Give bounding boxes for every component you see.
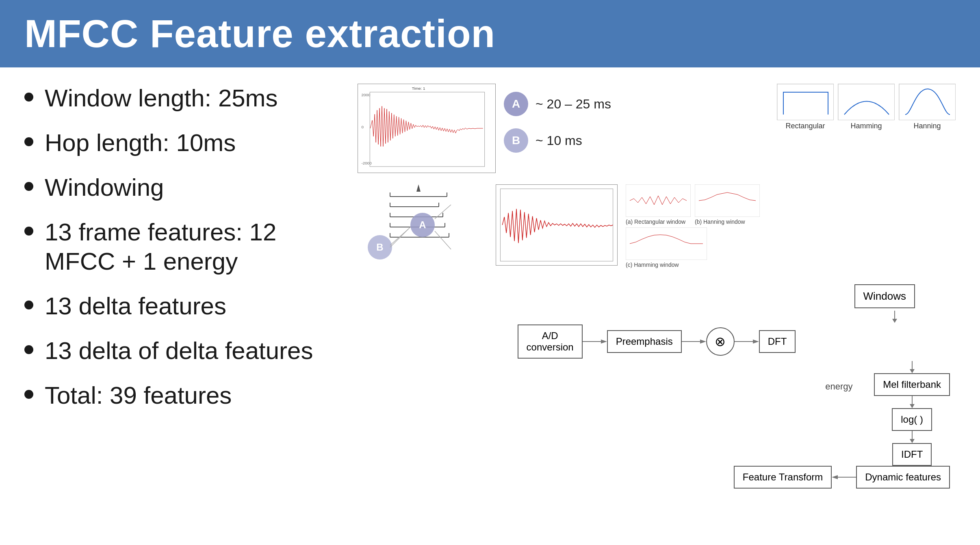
flow-box-feature-transform: Feature Transform bbox=[734, 466, 832, 489]
hamming-window-chart: (c) Hamming window bbox=[626, 227, 956, 268]
slide-content: Window length: 25ms Hop length: 10ms Win… bbox=[0, 67, 980, 545]
hanning-window-caption: (b) Hanning window bbox=[695, 218, 760, 225]
flow-feature-transform-label: Feature Transform bbox=[743, 471, 823, 482]
svg-rect-7 bbox=[838, 84, 895, 120]
slide-title: MFCC Feature extraction bbox=[24, 11, 956, 56]
hanning-window-chart: (b) Hanning window bbox=[695, 184, 760, 225]
list-item: 13 delta of delta features bbox=[24, 336, 341, 365]
energy-label: energy bbox=[825, 381, 852, 392]
flow-preemphasis-label: Preemphasis bbox=[616, 336, 673, 347]
slide: MFCC Feature extraction Window length: 2… bbox=[0, 0, 980, 545]
flow-diagram: Windows A/Dconversion Preempha bbox=[358, 284, 956, 489]
bullet-text: 13 delta of delta features bbox=[45, 336, 313, 365]
arrow-windows-down bbox=[358, 311, 956, 323]
flow-box-ad: A/Dconversion bbox=[518, 324, 583, 359]
svg-marker-24 bbox=[416, 184, 421, 192]
rect-window-caption: (a) Rectangular window bbox=[626, 218, 691, 225]
list-item: Window length: 25ms bbox=[24, 84, 341, 113]
window-shapes-row1: (a) Rectangular window (b) Hanning windo… bbox=[626, 184, 956, 225]
circle-a: A bbox=[504, 92, 528, 116]
hanning-chart: Hanning bbox=[899, 84, 956, 130]
hamming-window-caption: (c) Hamming window bbox=[626, 262, 956, 268]
list-item: Total: 39 features bbox=[24, 381, 341, 410]
flow-arrow-1 bbox=[583, 337, 607, 346]
flow-box-dynamic: Dynamic features bbox=[856, 466, 950, 489]
right-panel: 2000 0 -2000 Time: 1 A ~ bbox=[358, 84, 956, 533]
window-label-a: A ~ 20 – 25 ms bbox=[504, 92, 611, 116]
flow-arrow-3 bbox=[735, 337, 759, 346]
bullet-dot bbox=[24, 390, 33, 399]
flow-box-idft: IDFT bbox=[892, 443, 932, 466]
svg-marker-49 bbox=[910, 404, 915, 408]
flow-box-windows-label: Windows bbox=[863, 290, 906, 302]
list-item: 13 frame features: 12 MFCC + 1 energy bbox=[24, 218, 341, 276]
top-diagrams: 2000 0 -2000 Time: 1 A ~ bbox=[358, 84, 956, 173]
slide-header: MFCC Feature extraction bbox=[0, 0, 980, 67]
label-a-text: ~ 20 – 25 ms bbox=[536, 97, 611, 112]
svg-text:A: A bbox=[419, 219, 426, 230]
flow-dynamic-label: Dynamic features bbox=[865, 471, 941, 482]
svg-marker-47 bbox=[910, 369, 915, 373]
hamming-chart: Hamming bbox=[838, 84, 895, 130]
window-labels: A ~ 20 – 25 ms B ~ 10 ms bbox=[504, 92, 611, 153]
bottom-flow-row: Feature Transform Dynamic features bbox=[358, 466, 956, 489]
windows-row: Windows bbox=[358, 284, 956, 308]
list-item: Windowing bbox=[24, 173, 341, 202]
svg-text:B: B bbox=[376, 242, 383, 253]
svg-text:-2000: -2000 bbox=[361, 161, 372, 165]
bullet-dot bbox=[24, 182, 33, 191]
svg-text:Time: 1: Time: 1 bbox=[412, 86, 425, 91]
bullet-list: Window length: 25ms Hop length: 10ms Win… bbox=[24, 84, 341, 426]
bullet-text: Windowing bbox=[45, 173, 164, 202]
zoomed-chart bbox=[496, 184, 618, 266]
svg-marker-39 bbox=[892, 319, 897, 323]
svg-rect-35 bbox=[626, 184, 691, 217]
svg-marker-41 bbox=[601, 340, 607, 344]
label-b-text: ~ 10 ms bbox=[536, 133, 582, 148]
svg-text:0: 0 bbox=[361, 125, 364, 129]
hanning-label: Hanning bbox=[913, 122, 941, 130]
flow-box-mel: Mel filterbank bbox=[874, 373, 950, 396]
svg-marker-43 bbox=[700, 340, 706, 344]
bullet-dot bbox=[24, 227, 33, 236]
bullet-dot bbox=[24, 301, 33, 309]
circle-b: B bbox=[504, 128, 528, 153]
flow-box-windows: Windows bbox=[854, 284, 915, 308]
flow-idft-label: IDFT bbox=[901, 449, 923, 460]
flow-log-label: log( ) bbox=[901, 414, 923, 425]
bullet-text: 13 frame features: 12 MFCC + 1 energy bbox=[45, 218, 341, 276]
bullet-dot bbox=[24, 345, 33, 354]
bullet-dot bbox=[24, 93, 33, 102]
svg-rect-36 bbox=[695, 184, 760, 217]
windowing-diagram: A B bbox=[358, 184, 956, 268]
bullet-dot bbox=[24, 137, 33, 146]
flow-arrow-left-1 bbox=[832, 473, 856, 481]
bullet-text: Hop length: 10ms bbox=[45, 128, 236, 158]
bullet-text: Window length: 25ms bbox=[45, 84, 278, 113]
list-item: Hop length: 10ms bbox=[24, 128, 341, 158]
flow-box-dft: DFT bbox=[759, 330, 796, 353]
flow-arrow-2 bbox=[682, 337, 706, 346]
rectangular-chart: Rectangular bbox=[777, 84, 834, 130]
bullet-text: Total: 39 features bbox=[45, 381, 232, 410]
flow-ad-label: A/Dconversion bbox=[527, 330, 574, 353]
rect-window-chart: (a) Rectangular window bbox=[626, 184, 691, 225]
hamming-label: Hamming bbox=[850, 122, 882, 130]
svg-marker-45 bbox=[753, 340, 759, 344]
svg-marker-53 bbox=[832, 475, 838, 479]
svg-rect-33 bbox=[497, 185, 617, 265]
window-shapes-lower: (a) Rectangular window (b) Hanning windo… bbox=[626, 184, 956, 268]
window-types-top: Rectangular Hamming bbox=[619, 84, 956, 130]
svg-rect-6 bbox=[777, 84, 834, 120]
flow-box-preemphasis: Preemphasis bbox=[607, 330, 682, 353]
dft-branch: Mel filterbank energy log( ) IDFT bbox=[358, 361, 956, 466]
window-types: Rectangular Hamming bbox=[619, 84, 956, 130]
flow-box-log: log( ) bbox=[892, 408, 932, 431]
flow-mel-label: Mel filterbank bbox=[883, 379, 941, 390]
list-item: 13 delta features bbox=[24, 292, 341, 321]
flow-multiply: ⊗ bbox=[706, 327, 735, 356]
svg-marker-51 bbox=[910, 439, 915, 443]
flow-dft-label: DFT bbox=[768, 336, 787, 347]
main-flow-row: A/Dconversion Preemphasis ⊗ bbox=[518, 324, 796, 359]
svg-rect-8 bbox=[899, 84, 956, 120]
